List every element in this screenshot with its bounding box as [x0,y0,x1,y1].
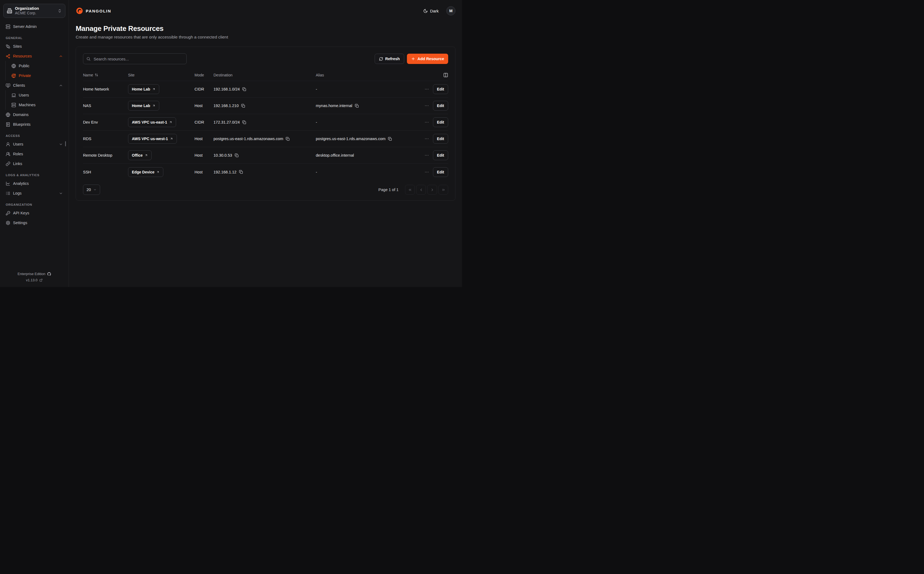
mode-value: Host [195,170,203,174]
refresh-button[interactable]: Refresh [375,54,404,64]
pagination-controls: Page 1 of 1 [378,185,448,195]
copy-alias-button[interactable] [388,137,392,141]
site-link-home-lab[interactable]: Home Lab [128,84,159,94]
site-link-aws-vpc-us-west-1[interactable]: AWS VPC us-west-1 [128,134,177,144]
column-header-actions [402,73,448,77]
site-label: AWS VPC us-west-1 [132,137,168,141]
edit-button[interactable]: Edit [433,84,448,94]
workflow-icon [6,44,10,49]
edit-button[interactable]: Edit [433,167,448,177]
table-row-nas: NASHome LabHost192.168.1.210mynas.home.i… [83,98,448,114]
destination-value: 10.30.0.53 [214,153,232,158]
row-menu-button[interactable] [424,153,429,158]
sidebar-scrollbar-thumb[interactable] [65,141,66,146]
sidebar-item-server-admin[interactable]: Server Admin [3,22,65,32]
sidebar-item-analytics[interactable]: Analytics [3,178,65,188]
sidebar-item-users[interactable]: Users [9,90,65,100]
version-row[interactable]: v1.13.0 [3,278,65,282]
next-page-button[interactable] [427,185,437,195]
main-content: PANGOLIN Dark M Manage Private Resources… [69,0,462,287]
mode-value: CIDR [195,87,204,91]
arrow-up-right-icon [156,170,160,174]
org-switcher[interactable]: Organization ACME Corp. [3,4,65,18]
site-link-home-lab[interactable]: Home Lab [128,101,159,110]
mode-value: Host [195,153,203,158]
edit-button[interactable]: Edit [433,150,448,160]
table-row-dev-env: Dev EnvAWS VPC us-east-1CIDR172.31.27.0/… [83,114,448,131]
edit-button[interactable]: Edit [433,101,448,110]
sidebar-item-settings[interactable]: Settings [3,218,65,228]
row-menu-button[interactable] [424,120,429,125]
page-size-select[interactable]: 20 [83,184,100,195]
globe-icon [11,64,16,68]
github-icon [47,272,51,276]
theme-toggle[interactable]: Dark [422,8,440,14]
sidebar-item-domains[interactable]: Domains [3,110,65,120]
pangolin-logo-icon [76,7,83,15]
site-link-edge-device[interactable]: Edge Device [128,167,163,177]
sidebar-item-api-keys[interactable]: API Keys [3,208,65,218]
sidebar-item-roles[interactable]: Roles [3,149,65,159]
globe-lock-icon [11,73,16,78]
resource-name: Remote Desktop [83,153,112,158]
arrow-up-right-icon [145,154,148,157]
last-page-button[interactable] [438,185,448,195]
sidebar-subgroup-resources: PublicPrivate [5,61,65,80]
destination-value: 192.168.1.210 [214,104,239,108]
sort-icon[interactable] [95,73,98,77]
toolbar-actions: Refresh Add Resource [375,54,448,64]
sidebar-item-private[interactable]: Private [9,71,65,80]
alias-value: - [316,170,317,174]
row-menu-button[interactable] [424,103,429,108]
sidebar-item-clients[interactable]: Clients [3,80,65,90]
row-menu-button[interactable] [424,136,429,141]
site-link-office[interactable]: Office [128,150,152,160]
copy-destination-button[interactable] [286,137,290,141]
sidebar-item-sites[interactable]: Sites [3,41,65,51]
search-input[interactable] [83,54,187,64]
site-link-aws-vpc-us-east-1[interactable]: AWS VPC us-east-1 [128,117,176,127]
sidebar-item-links[interactable]: Links [3,159,65,169]
section-heading-general: GENERAL [3,36,65,40]
mode-value: Host [195,104,203,108]
copy-destination-button[interactable] [241,104,245,108]
table-body: Home NetworkHome LabCIDR192.168.1.0/24-E… [83,81,448,180]
previous-page-button[interactable] [416,185,426,195]
sidebar-item-resources[interactable]: Resources [3,51,65,61]
copy-alias-button[interactable] [355,104,359,108]
sidebar-item-public[interactable]: Public [9,61,65,71]
add-resource-button[interactable]: Add Resource [407,54,448,64]
sidebar-item-blueprints[interactable]: Blueprints [3,120,65,129]
chevron-down-icon [59,191,63,196]
row-menu-button[interactable] [424,87,429,91]
edit-button[interactable]: Edit [433,117,448,127]
columns-icon[interactable] [443,73,448,77]
sidebar-item-label: Public [19,64,30,68]
chevron-down-icon [93,188,97,191]
sidebar-item-logs[interactable]: Logs [3,188,65,198]
sidebar-item-users[interactable]: Users [3,139,65,149]
copy-destination-button[interactable] [242,120,246,125]
copy-destination-button[interactable] [242,87,246,91]
sidebar-item-label: Users [19,93,29,97]
copy-destination-button[interactable] [239,170,243,174]
resource-name: RDS [83,137,92,141]
table-header: Name Site Mode Destination Alias [83,69,448,81]
sidebar-nav: Server AdminGENERALSitesResourcesPublicP… [3,22,65,270]
table-toolbar: Refresh Add Resource [83,54,448,64]
copy-destination-button[interactable] [235,153,239,158]
edit-button[interactable]: Edit [433,134,448,144]
site-label: Office [132,153,143,158]
user-avatar[interactable]: M [446,6,456,16]
page-title: Manage Private Resources [76,24,456,33]
brand-name: PANGOLIN [86,9,111,13]
sidebar-item-machines[interactable]: Machines [9,100,65,110]
edition-row[interactable]: Enterprise Edition [3,272,65,276]
table-row-rds: RDSAWS VPC us-west-1Hostpostgres.us-east… [83,131,448,147]
first-page-button[interactable] [405,185,415,195]
brand-logo[interactable]: PANGOLIN [76,7,111,15]
refresh-icon [379,57,383,61]
pagination-buttons [405,185,448,195]
mode-value: Host [195,137,203,141]
row-menu-button[interactable] [424,170,429,175]
